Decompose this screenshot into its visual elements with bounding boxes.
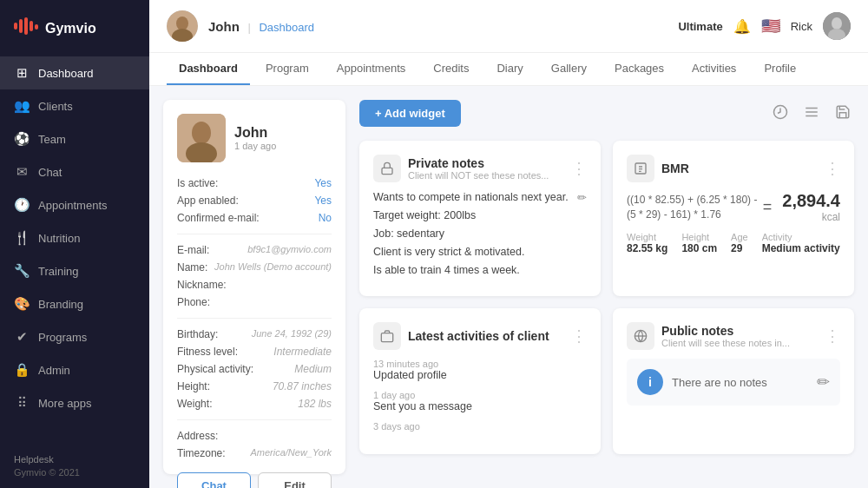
chat-button[interactable]: Chat xyxy=(177,472,251,488)
sidebar-item-admin[interactable]: 🔒 Admin xyxy=(0,353,149,386)
public-notes-menu-icon[interactable]: ⋮ xyxy=(825,326,840,346)
public-notes-title: Public notes xyxy=(661,324,790,338)
admin-icon: 🔒 xyxy=(14,362,30,378)
info-circle-icon: i xyxy=(637,369,663,395)
edit-button[interactable]: Edit xyxy=(258,472,332,488)
bmr-stats: Weight 82.55 kg Height 180 cm Age 29 xyxy=(627,232,840,254)
training-icon: 🔧 xyxy=(14,263,30,279)
tab-credits[interactable]: Credits xyxy=(421,53,481,85)
info-nickname: Nickname: xyxy=(177,276,332,293)
private-notes-widget: Private notes Client will NOT see these … xyxy=(359,141,601,296)
sidebar-item-label: Training xyxy=(38,265,78,278)
header-right: Ultimate 🔔 🇺🇸 Rick xyxy=(678,12,851,40)
sidebar-item-appointments[interactable]: 🕐 Appointments xyxy=(0,188,149,221)
private-notes-header: Private notes Client will NOT see these … xyxy=(373,155,587,182)
sidebar-item-programs[interactable]: ✔ Programs xyxy=(0,320,149,353)
tab-bar: Dashboard Program Appointments Credits D… xyxy=(149,53,868,86)
bmr-stat-height: Height 180 cm xyxy=(681,232,717,254)
main-content: John | Dashboard Ultimate 🔔 🇺🇸 Rick Dash… xyxy=(149,0,868,488)
note-line-4: Client is very strict & motivated. xyxy=(373,246,587,258)
tab-appointments[interactable]: Appointments xyxy=(325,53,418,85)
tab-gallery[interactable]: Gallery xyxy=(539,53,599,85)
widgets-grid: Private notes Client will NOT see these … xyxy=(359,141,854,454)
admin-avatar xyxy=(823,12,851,40)
copyright-text: Gymvio © 2021 xyxy=(14,467,135,478)
info-timezone: Timezone: America/New_York xyxy=(177,445,332,462)
flag-icon[interactable]: 🇺🇸 xyxy=(761,16,780,36)
bmr-menu-icon[interactable]: ⋮ xyxy=(825,159,840,178)
profile-last-seen: 1 day ago xyxy=(234,141,276,151)
info-email: E-mail: bf9c1@gymvio.com xyxy=(177,241,332,259)
public-notes-subtitle: Client will see these notes in... xyxy=(661,338,790,348)
info-app-enabled: App enabled: Yes xyxy=(177,192,332,209)
sidebar-item-label: Clients xyxy=(38,100,73,113)
tab-diary[interactable]: Diary xyxy=(484,53,535,85)
sidebar-item-label: Branding xyxy=(38,298,83,311)
public-notes-edit-icon[interactable]: ✏ xyxy=(817,373,830,392)
activity-desc-1: Updated profile xyxy=(373,369,587,381)
sidebar-item-branding[interactable]: 🎨 Branding xyxy=(0,287,149,320)
info-is-active: Is active: Yes xyxy=(177,175,332,192)
bell-icon[interactable]: 🔔 xyxy=(733,18,751,35)
private-notes-menu-icon[interactable]: ⋮ xyxy=(571,159,587,178)
info-address: Address: xyxy=(177,427,332,445)
activity-time-2: 1 day ago xyxy=(373,390,587,400)
sidebar-nav: ⊞ Dashboard 👥 Clients ⚽ Team ✉ Chat 🕐 Ap… xyxy=(0,56,149,444)
list-icon[interactable] xyxy=(800,101,823,127)
add-widget-button[interactable]: + Add widget xyxy=(359,100,461,127)
svg-rect-4 xyxy=(35,24,38,30)
header: John | Dashboard Ultimate 🔔 🇺🇸 Rick xyxy=(149,0,868,53)
note-line-5: Is able to train 4 times a week. xyxy=(373,264,587,276)
notes-edit-icon[interactable]: ✏ xyxy=(577,191,587,204)
bmr-stat-age: Age 29 xyxy=(731,232,748,254)
header-breadcrumb: Dashboard xyxy=(259,21,314,34)
latest-activities-widget: Latest activities of client ⋮ 13 minutes… xyxy=(359,308,601,454)
profile-avatar xyxy=(177,114,226,162)
activities-title: Latest activities of client xyxy=(408,329,549,343)
action-buttons: Chat Edit xyxy=(177,472,332,488)
sidebar: Gymvio ⊞ Dashboard 👥 Clients ⚽ Team ✉ Ch… xyxy=(0,0,149,488)
widgets-panel: + Add widget xyxy=(359,100,854,474)
tab-dashboard[interactable]: Dashboard xyxy=(167,53,250,85)
tab-program[interactable]: Program xyxy=(253,53,321,85)
top-icons xyxy=(769,101,854,127)
team-icon: ⚽ xyxy=(14,131,30,147)
sidebar-item-chat[interactable]: ✉ Chat xyxy=(0,155,149,188)
sidebar-item-label: More apps xyxy=(38,397,91,410)
sidebar-item-team[interactable]: ⚽ Team xyxy=(0,122,149,155)
info-name: Name: John Wells (Demo account) xyxy=(177,259,332,276)
logo-text: Gymvio xyxy=(45,21,96,36)
sidebar-item-dashboard[interactable]: ⊞ Dashboard xyxy=(0,56,149,89)
sidebar-item-nutrition[interactable]: 🍴 Nutrition xyxy=(0,221,149,254)
sidebar-item-label: Chat xyxy=(38,166,62,179)
tab-activities[interactable]: Activities xyxy=(680,53,748,85)
activities-header: Latest activities of client ⋮ xyxy=(373,322,587,350)
sidebar-item-label: Dashboard xyxy=(38,67,94,80)
tab-packages[interactable]: Packages xyxy=(602,53,676,85)
private-notes-title: Private notes xyxy=(408,156,549,170)
history-icon[interactable] xyxy=(769,101,792,127)
sidebar-item-training[interactable]: 🔧 Training xyxy=(0,254,149,287)
private-notes-title-group: Private notes Client will NOT see these … xyxy=(408,156,549,181)
tab-profile[interactable]: Profile xyxy=(752,53,808,85)
svg-point-12 xyxy=(192,122,211,144)
activities-menu-icon[interactable]: ⋮ xyxy=(571,326,587,346)
profile-header: John 1 day ago xyxy=(177,114,332,162)
bmr-content: ((10 * 82.55) + (6.25 * 180) - (5 * 29) … xyxy=(627,191,840,254)
bmr-widget: BMR ⋮ ((10 * 82.55) + (6.25 * 180) - (5 … xyxy=(613,141,854,296)
helpdesk-link[interactable]: Helpdesk xyxy=(14,454,135,465)
sidebar-item-more-apps[interactable]: ⠿ More apps xyxy=(0,386,149,419)
bmr-title: BMR xyxy=(661,162,689,175)
programs-icon: ✔ xyxy=(14,329,30,345)
save-icon[interactable] xyxy=(832,101,854,127)
profile-panel: John 1 day ago Is active: Yes App enable… xyxy=(163,100,345,474)
sidebar-item-label: Programs xyxy=(38,331,87,344)
widget-title-group: Private notes Client will NOT see these … xyxy=(373,155,549,182)
client-avatar xyxy=(167,10,198,42)
sidebar-logo: Gymvio xyxy=(0,0,149,56)
bmr-title-group: BMR xyxy=(627,155,689,182)
sidebar-item-clients[interactable]: 👥 Clients xyxy=(0,89,149,122)
note-line-2: Target weight: 200lbs xyxy=(373,209,587,221)
public-notes-info: Public notes Client will see these notes… xyxy=(661,324,790,348)
info-confirmed-email: Confirmed e-mail: No xyxy=(177,209,332,227)
